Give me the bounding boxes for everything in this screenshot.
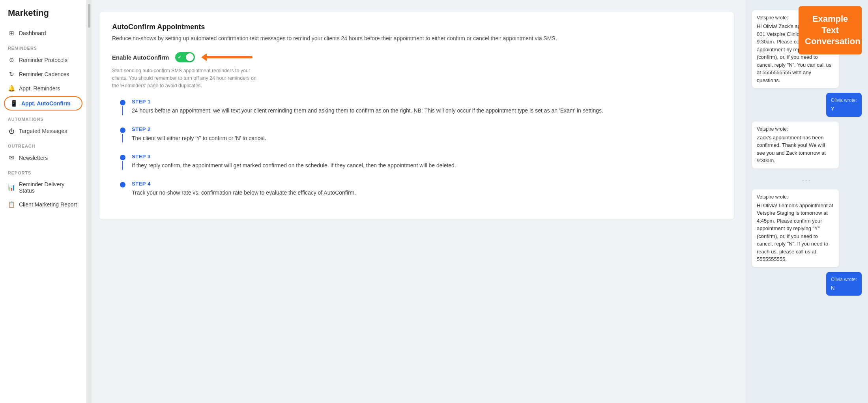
right-panel: Example Text Conversation Vetspire wrote…: [746, 0, 868, 403]
step-3-dot: [120, 155, 125, 160]
step-1-item: STEP 1 24 hours before an appointment, w…: [120, 99, 721, 115]
toggle-check-icon: ✓: [178, 54, 181, 60]
sidebar-item-label: Appt. Reminders: [19, 85, 60, 92]
step-3-item: STEP 3 If they reply confirm, the appoin…: [120, 154, 721, 170]
step-3-text: If they reply confirm, the appointment w…: [132, 161, 721, 170]
message-text-2: Y: [831, 106, 834, 112]
message-text-3: Zack's appointment has been confirmed. T…: [757, 135, 826, 164]
sidebar-item-reminder-delivery-status[interactable]: 📊 Reminder Delivery Status: [0, 178, 86, 197]
dashboard-icon: ⊞: [8, 30, 15, 37]
step-1-content: STEP 1 24 hours before an appointment, w…: [132, 99, 721, 115]
sidebar-item-label: Client Marketing Report: [19, 201, 77, 208]
scroll-indicator: [87, 0, 92, 403]
step-1-text: 24 hours before an appointment, we will …: [132, 106, 721, 115]
sidebar-item-appt-autoconfirm[interactable]: 📱 Appt. AutoConfirm: [4, 96, 82, 111]
message-bubble-3: Vetspire wrote: Zack's appointment has b…: [752, 122, 839, 169]
enable-autoconfirm-toggle[interactable]: ✓: [175, 52, 195, 62]
sidebar-item-label: Newsletters: [19, 155, 48, 161]
main-content: AutoConfirm Appointments Reduce no-shows…: [92, 0, 746, 403]
step-3-content: STEP 3 If they reply confirm, the appoin…: [132, 154, 721, 170]
step-2-content: STEP 2 The client will either reply 'Y' …: [132, 126, 721, 142]
step-2-item: STEP 2 The client will either reply 'Y' …: [120, 126, 721, 142]
step-3-line: [122, 161, 123, 170]
dots-separator: ...: [752, 173, 862, 185]
arrow-indicator: [205, 56, 253, 58]
step-2-dot: [120, 127, 125, 133]
message-text-5: N: [831, 285, 834, 291]
message-text-4: Hi Olivia! Lemon's appointment at Vetspi…: [757, 202, 833, 262]
sidebar-item-label: Reminder Cadences: [19, 71, 69, 77]
sidebar-item-label: Reminder Delivery Status: [19, 181, 79, 194]
sender-3: Vetspire wrote:: [757, 126, 834, 133]
reminder-cadences-icon: ↻: [8, 71, 15, 78]
toggle-helper-text: Start sending auto-confirm SMS appointme…: [112, 67, 262, 89]
step-4-dot-container: [120, 181, 125, 197]
sidebar-item-appt-reminders[interactable]: 🔔 Appt. Reminders: [0, 81, 86, 96]
toggle-label: Enable AutoConfirm: [112, 54, 169, 61]
card-title: AutoConfirm Appointments: [112, 23, 721, 31]
arrow-body: [205, 56, 253, 58]
step-3-label: STEP 3: [132, 154, 721, 159]
sidebar-item-reminder-cadences[interactable]: ↻ Reminder Cadences: [0, 67, 86, 81]
reports-section-label: REPORTS: [0, 165, 86, 178]
step-2-line: [122, 134, 123, 142]
sender-2: Olivia wrote:: [831, 97, 857, 104]
step-2-text: The client will either reply 'Y' to conf…: [132, 134, 721, 142]
sidebar-item-label: Appt. AutoConfirm: [21, 100, 71, 107]
newsletters-icon: ✉: [8, 154, 15, 161]
reminder-protocols-icon: ⊙: [8, 56, 15, 64]
sidebar-title: Marketing: [0, 8, 86, 26]
step-1-label: STEP 1: [132, 99, 721, 105]
reminder-delivery-icon: 📊: [8, 184, 15, 191]
outreach-section-label: OUTREACH: [0, 138, 86, 151]
step-4-dot: [120, 182, 125, 187]
sidebar-item-dashboard[interactable]: ⊞ Dashboard: [0, 26, 86, 40]
sidebar-item-label: Targeted Messages: [19, 128, 67, 134]
card-description: Reduce no-shows by setting up automated …: [112, 34, 721, 43]
reminders-section-label: REMINDERS: [0, 40, 86, 53]
appt-autoconfirm-icon: 📱: [10, 100, 17, 107]
sidebar-item-client-marketing-report[interactable]: 📋 Client Marketing Report: [0, 197, 86, 212]
sidebar-item-label: Reminder Protocols: [19, 57, 67, 63]
step-4-content: STEP 4 Track your no-show rate vs. confi…: [132, 181, 721, 197]
message-bubble-4: Vetspire wrote: Hi Olivia! Lemon's appoi…: [752, 189, 839, 267]
scroll-thumb: [88, 4, 90, 28]
sender-4: Vetspire wrote:: [757, 193, 834, 201]
step-4-text: Track your no-show rate vs. confirmation…: [132, 188, 721, 197]
sidebar: Marketing ⊞ Dashboard REMINDERS ⊙ Remind…: [0, 0, 87, 403]
autoconfirm-card: AutoConfirm Appointments Reduce no-shows…: [99, 12, 734, 219]
sidebar-item-targeted-messages[interactable]: ⏻ Targeted Messages: [0, 124, 86, 138]
steps-container: STEP 1 24 hours before an appointment, w…: [112, 99, 721, 197]
example-label: Example Text Conversation: [799, 6, 862, 54]
message-bubble-2: Olivia wrote: Y: [826, 93, 862, 117]
step-2-label: STEP 2: [132, 126, 721, 132]
sidebar-item-reminder-protocols[interactable]: ⊙ Reminder Protocols: [0, 53, 86, 67]
sender-5: Olivia wrote:: [831, 276, 857, 283]
step-1-dot: [120, 100, 125, 105]
step-2-dot-container: [120, 126, 125, 142]
appt-reminders-icon: 🔔: [8, 85, 15, 92]
message-bubble-5: Olivia wrote: N: [826, 272, 862, 296]
automations-section-label: AUTOMATIONS: [0, 111, 86, 124]
targeted-messages-icon: ⏻: [8, 127, 15, 135]
step-3-dot-container: [120, 154, 125, 170]
step-4-label: STEP 4: [132, 181, 721, 187]
step-4-item: STEP 4 Track your no-show rate vs. confi…: [120, 181, 721, 197]
step-1-line: [122, 106, 123, 115]
sidebar-item-newsletters[interactable]: ✉ Newsletters: [0, 151, 86, 165]
toggle-row: Enable AutoConfirm ✓: [112, 52, 721, 62]
step-1-dot-container: [120, 99, 125, 115]
client-marketing-icon: 📋: [8, 201, 15, 208]
sidebar-item-label: Dashboard: [19, 30, 46, 36]
